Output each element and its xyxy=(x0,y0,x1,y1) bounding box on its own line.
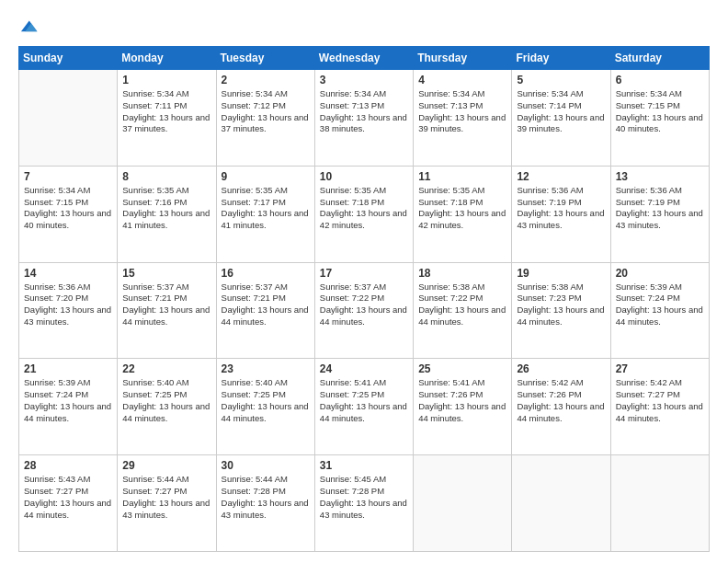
cell-info: Sunrise: 5:42 AMSunset: 7:26 PMDaylight:… xyxy=(517,377,605,424)
weekday-header: Monday xyxy=(118,47,216,70)
cell-info: Sunrise: 5:36 AMSunset: 7:20 PMDaylight:… xyxy=(24,282,112,328)
cell-info: Sunrise: 5:34 AMSunset: 7:13 PMDaylight:… xyxy=(418,88,506,135)
calendar-cell: 6Sunrise: 5:34 AMSunset: 7:15 PMDaylight… xyxy=(610,70,709,167)
day-number: 21 xyxy=(24,362,112,375)
calendar-cell: 25Sunrise: 5:41 AMSunset: 7:26 PMDayligh… xyxy=(414,359,512,455)
day-number: 9 xyxy=(222,170,310,183)
cell-info: Sunrise: 5:35 AMSunset: 7:16 PMDaylight:… xyxy=(122,185,210,232)
weekday-header: Tuesday xyxy=(216,47,314,70)
day-number: 23 xyxy=(222,362,310,375)
weekday-header: Friday xyxy=(512,47,610,70)
cell-info: Sunrise: 5:35 AMSunset: 7:18 PMDaylight:… xyxy=(418,185,506,232)
weekday-header: Sunday xyxy=(19,47,118,70)
calendar-cell: 15Sunrise: 5:37 AMSunset: 7:21 PMDayligh… xyxy=(118,262,216,359)
day-number: 22 xyxy=(122,362,210,375)
calendar-cell: 23Sunrise: 5:40 AMSunset: 7:25 PMDayligh… xyxy=(216,359,314,455)
calendar-header-row: SundayMondayTuesdayWednesdayThursdayFrid… xyxy=(19,47,710,70)
calendar-table: SundayMondayTuesdayWednesdayThursdayFrid… xyxy=(18,46,710,552)
day-number: 16 xyxy=(222,267,310,280)
calendar-cell xyxy=(512,455,610,552)
day-number: 30 xyxy=(222,459,310,472)
day-number: 7 xyxy=(24,170,112,183)
cell-info: Sunrise: 5:44 AMSunset: 7:27 PMDaylight:… xyxy=(122,474,210,521)
day-number: 15 xyxy=(122,267,210,280)
calendar-cell: 14Sunrise: 5:36 AMSunset: 7:20 PMDayligh… xyxy=(19,262,118,359)
cell-info: Sunrise: 5:34 AMSunset: 7:12 PMDaylight:… xyxy=(222,88,310,135)
day-number: 14 xyxy=(24,267,112,280)
cell-info: Sunrise: 5:34 AMSunset: 7:13 PMDaylight:… xyxy=(320,88,408,135)
calendar-cell: 28Sunrise: 5:43 AMSunset: 7:27 PMDayligh… xyxy=(19,455,118,552)
day-number: 20 xyxy=(616,267,704,280)
cell-info: Sunrise: 5:35 AMSunset: 7:18 PMDaylight:… xyxy=(320,185,408,232)
calendar-cell: 29Sunrise: 5:44 AMSunset: 7:27 PMDayligh… xyxy=(118,455,216,552)
day-number: 24 xyxy=(320,362,408,375)
calendar-cell: 9Sunrise: 5:35 AMSunset: 7:17 PMDaylight… xyxy=(216,166,314,262)
calendar-cell: 30Sunrise: 5:44 AMSunset: 7:28 PMDayligh… xyxy=(216,455,314,552)
cell-info: Sunrise: 5:34 AMSunset: 7:14 PMDaylight:… xyxy=(517,88,605,135)
page: SundayMondayTuesdayWednesdayThursdayFrid… xyxy=(0,0,728,563)
cell-info: Sunrise: 5:37 AMSunset: 7:21 PMDaylight:… xyxy=(122,282,210,328)
calendar-week-row: 14Sunrise: 5:36 AMSunset: 7:20 PMDayligh… xyxy=(19,262,710,359)
calendar-cell: 2Sunrise: 5:34 AMSunset: 7:12 PMDaylight… xyxy=(216,70,314,167)
calendar-cell: 5Sunrise: 5:34 AMSunset: 7:14 PMDaylight… xyxy=(512,70,610,167)
calendar-cell: 3Sunrise: 5:34 AMSunset: 7:13 PMDaylight… xyxy=(314,70,413,167)
day-number: 13 xyxy=(616,170,704,183)
cell-info: Sunrise: 5:35 AMSunset: 7:17 PMDaylight:… xyxy=(222,185,310,232)
calendar-cell: 31Sunrise: 5:45 AMSunset: 7:28 PMDayligh… xyxy=(314,455,413,552)
weekday-header: Wednesday xyxy=(314,47,413,70)
day-number: 4 xyxy=(418,74,506,86)
cell-info: Sunrise: 5:36 AMSunset: 7:19 PMDaylight:… xyxy=(517,185,605,232)
calendar-cell: 20Sunrise: 5:39 AMSunset: 7:24 PMDayligh… xyxy=(610,262,709,359)
cell-info: Sunrise: 5:43 AMSunset: 7:27 PMDaylight:… xyxy=(24,474,112,521)
cell-info: Sunrise: 5:36 AMSunset: 7:19 PMDaylight:… xyxy=(616,185,704,232)
cell-info: Sunrise: 5:39 AMSunset: 7:24 PMDaylight:… xyxy=(24,377,112,424)
calendar-cell: 26Sunrise: 5:42 AMSunset: 7:26 PMDayligh… xyxy=(512,359,610,455)
logo-icon xyxy=(18,17,39,37)
day-number: 17 xyxy=(320,267,408,280)
header xyxy=(18,17,710,37)
day-number: 10 xyxy=(320,170,408,183)
calendar-cell: 16Sunrise: 5:37 AMSunset: 7:21 PMDayligh… xyxy=(216,262,314,359)
calendar-cell xyxy=(610,455,709,552)
day-number: 2 xyxy=(222,74,310,86)
cell-info: Sunrise: 5:39 AMSunset: 7:24 PMDaylight:… xyxy=(616,282,704,328)
day-number: 1 xyxy=(122,74,210,86)
calendar-cell: 27Sunrise: 5:42 AMSunset: 7:27 PMDayligh… xyxy=(610,359,709,455)
calendar-cell: 8Sunrise: 5:35 AMSunset: 7:16 PMDaylight… xyxy=(118,166,216,262)
calendar-cell: 12Sunrise: 5:36 AMSunset: 7:19 PMDayligh… xyxy=(512,166,610,262)
cell-info: Sunrise: 5:34 AMSunset: 7:15 PMDaylight:… xyxy=(24,185,112,232)
cell-info: Sunrise: 5:41 AMSunset: 7:26 PMDaylight:… xyxy=(418,377,506,424)
calendar-cell: 13Sunrise: 5:36 AMSunset: 7:19 PMDayligh… xyxy=(610,166,709,262)
day-number: 12 xyxy=(517,170,605,183)
calendar-cell: 10Sunrise: 5:35 AMSunset: 7:18 PMDayligh… xyxy=(314,166,413,262)
day-number: 26 xyxy=(517,362,605,375)
day-number: 3 xyxy=(320,74,408,86)
calendar-cell: 11Sunrise: 5:35 AMSunset: 7:18 PMDayligh… xyxy=(414,166,512,262)
cell-info: Sunrise: 5:44 AMSunset: 7:28 PMDaylight:… xyxy=(222,474,310,521)
calendar-week-row: 21Sunrise: 5:39 AMSunset: 7:24 PMDayligh… xyxy=(19,359,710,455)
calendar-week-row: 1Sunrise: 5:34 AMSunset: 7:11 PMDaylight… xyxy=(19,70,710,167)
calendar-cell: 4Sunrise: 5:34 AMSunset: 7:13 PMDaylight… xyxy=(414,70,512,167)
calendar-cell: 21Sunrise: 5:39 AMSunset: 7:24 PMDayligh… xyxy=(19,359,118,455)
day-number: 6 xyxy=(616,74,704,86)
cell-info: Sunrise: 5:40 AMSunset: 7:25 PMDaylight:… xyxy=(122,377,210,424)
calendar-cell: 7Sunrise: 5:34 AMSunset: 7:15 PMDaylight… xyxy=(19,166,118,262)
cell-info: Sunrise: 5:40 AMSunset: 7:25 PMDaylight:… xyxy=(222,377,310,424)
day-number: 28 xyxy=(24,459,112,472)
weekday-header: Thursday xyxy=(414,47,512,70)
calendar-week-row: 7Sunrise: 5:34 AMSunset: 7:15 PMDaylight… xyxy=(19,166,710,262)
day-number: 29 xyxy=(122,459,210,472)
cell-info: Sunrise: 5:45 AMSunset: 7:28 PMDaylight:… xyxy=(320,474,408,521)
cell-info: Sunrise: 5:38 AMSunset: 7:23 PMDaylight:… xyxy=(517,282,605,328)
cell-info: Sunrise: 5:37 AMSunset: 7:22 PMDaylight:… xyxy=(320,282,408,328)
day-number: 25 xyxy=(418,362,506,375)
logo xyxy=(18,17,42,37)
cell-info: Sunrise: 5:42 AMSunset: 7:27 PMDaylight:… xyxy=(616,377,704,424)
calendar-cell: 17Sunrise: 5:37 AMSunset: 7:22 PMDayligh… xyxy=(314,262,413,359)
calendar-cell: 24Sunrise: 5:41 AMSunset: 7:25 PMDayligh… xyxy=(314,359,413,455)
calendar-week-row: 28Sunrise: 5:43 AMSunset: 7:27 PMDayligh… xyxy=(19,455,710,552)
weekday-header: Saturday xyxy=(610,47,709,70)
calendar-cell: 18Sunrise: 5:38 AMSunset: 7:22 PMDayligh… xyxy=(414,262,512,359)
cell-info: Sunrise: 5:38 AMSunset: 7:22 PMDaylight:… xyxy=(418,282,506,328)
cell-info: Sunrise: 5:41 AMSunset: 7:25 PMDaylight:… xyxy=(320,377,408,424)
